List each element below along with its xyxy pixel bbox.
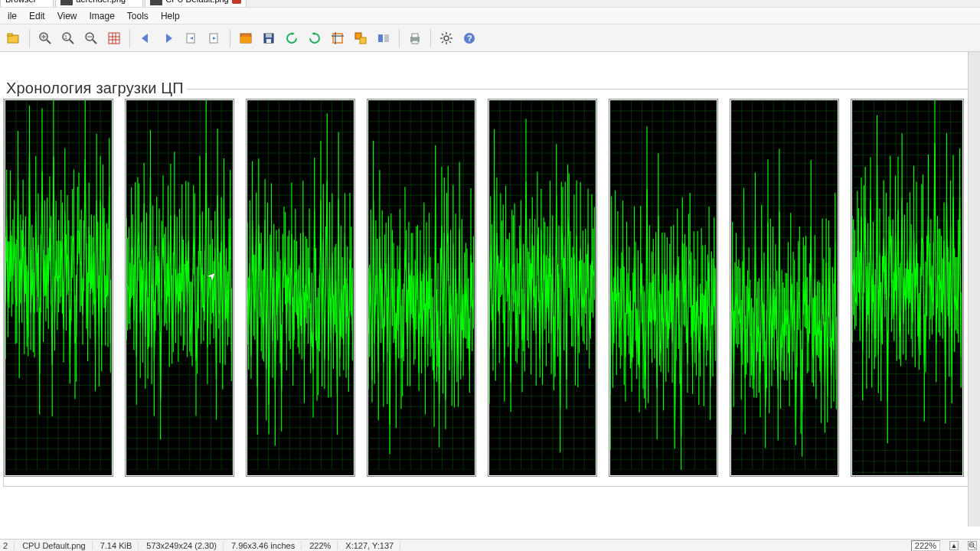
help-icon[interactable]: ? (459, 28, 480, 49)
status-coords: X:127, Y:137 (345, 541, 400, 550)
svg-rect-23 (266, 39, 271, 43)
svg-point-34 (444, 36, 449, 41)
status-inches: 7.96x3.46 inches (231, 541, 302, 550)
cpu-core-panel (851, 99, 964, 477)
svg-text:?: ? (467, 34, 472, 43)
resize-icon[interactable] (350, 28, 371, 49)
cpu-core-panel (246, 99, 355, 477)
svg-line-40 (449, 41, 451, 43)
cpu-core-panel (367, 99, 476, 477)
compare-icon[interactable] (373, 28, 394, 49)
cpu-core-panel (4, 99, 113, 477)
svg-line-7 (70, 40, 74, 44)
separator (129, 29, 130, 47)
svg-rect-28 (360, 37, 366, 44)
status-filesize: 7.14 KiB (100, 541, 139, 550)
menu-view[interactable]: View (51, 9, 83, 23)
page-prev-icon[interactable] (181, 28, 202, 49)
separator (399, 29, 400, 47)
status-index: 2 (3, 541, 15, 550)
print-icon[interactable] (404, 28, 426, 49)
menu-file[interactable]: ile (2, 9, 23, 23)
separator (230, 29, 230, 47)
svg-line-42 (449, 34, 451, 35)
zoom-input[interactable]: 222% (911, 540, 940, 551)
svg-rect-29 (378, 34, 383, 42)
separator (29, 29, 30, 47)
tab-label: Browser (5, 0, 36, 4)
cpu-core-panel (125, 99, 234, 477)
svg-rect-22 (266, 34, 272, 37)
settings-icon[interactable] (436, 28, 457, 49)
cpu-history-group (3, 89, 980, 487)
svg-line-3 (47, 40, 51, 44)
tab-label: aerender.png (76, 0, 126, 4)
separator (430, 29, 431, 47)
status-filename: CPU Default.png (22, 541, 93, 550)
cpu-core-panel (609, 99, 718, 477)
svg-rect-32 (412, 34, 418, 37)
cpu-core-panel (488, 99, 597, 477)
tab-browser[interactable]: Browser × (0, 0, 54, 7)
svg-rect-24 (333, 34, 342, 43)
svg-rect-12 (109, 33, 119, 44)
zoom-step-in-icon[interactable]: ▲ (949, 541, 959, 550)
tab-cpu-default[interactable]: CPU Default.png × (145, 0, 247, 7)
svg-line-1094 (973, 546, 975, 549)
zoom-out-icon[interactable] (80, 28, 102, 49)
close-icon[interactable]: × (129, 0, 138, 4)
tab-bar: Browser × aerender.png × CPU Default.png… (0, 0, 980, 8)
close-icon[interactable]: × (39, 0, 48, 4)
crop-icon[interactable] (327, 28, 348, 49)
chart-title: Хронология загрузки ЦП (3, 80, 187, 97)
menu-tools[interactable]: Tools (121, 9, 155, 23)
menu-edit[interactable]: Edit (23, 9, 51, 23)
zoom-step-out-icon[interactable] (968, 541, 977, 550)
svg-line-41 (442, 41, 443, 43)
svg-line-10 (93, 40, 96, 44)
svg-rect-1 (8, 34, 12, 36)
svg-rect-30 (384, 34, 389, 42)
tab-aerender[interactable]: aerender.png × (55, 0, 143, 7)
image-icon (60, 0, 73, 5)
menu-bar: ile Edit View Image Tools Help (0, 8, 980, 24)
page-next-icon[interactable] (204, 28, 225, 49)
back-icon[interactable] (135, 28, 156, 49)
folder-icon[interactable] (235, 28, 256, 49)
svg-text:1: 1 (64, 34, 67, 40)
status-bar: 2 CPU Default.png 7.14 KiB 573x249x24 (2… (0, 539, 980, 551)
image-icon (150, 0, 162, 5)
zoom-fit-icon[interactable]: 1 (57, 28, 79, 49)
close-icon[interactable]: × (232, 0, 241, 4)
cpu-core-panel (730, 99, 839, 477)
status-dimensions: 573x249x24 (2.30) (146, 541, 224, 550)
image-viewport: Хронология загрузки ЦП ➤ (0, 52, 980, 539)
tab-label: CPU Default.png (165, 0, 229, 4)
svg-line-39 (442, 34, 443, 35)
menu-image[interactable]: Image (83, 9, 121, 23)
menu-help[interactable]: Help (155, 9, 186, 23)
grid-icon[interactable] (103, 28, 125, 49)
rotate-icon[interactable] (304, 28, 325, 49)
open-icon[interactable] (3, 28, 24, 49)
toolbar: 1 ? (0, 24, 980, 52)
svg-rect-20 (240, 37, 251, 43)
zoom-in-icon[interactable] (34, 28, 56, 49)
vertical-scrollbar[interactable] (968, 52, 980, 527)
status-zoom: 222% (309, 541, 338, 550)
forward-icon[interactable] (158, 28, 179, 49)
save-icon[interactable] (258, 28, 279, 49)
refresh-icon[interactable] (281, 28, 302, 49)
svg-rect-33 (412, 41, 418, 44)
